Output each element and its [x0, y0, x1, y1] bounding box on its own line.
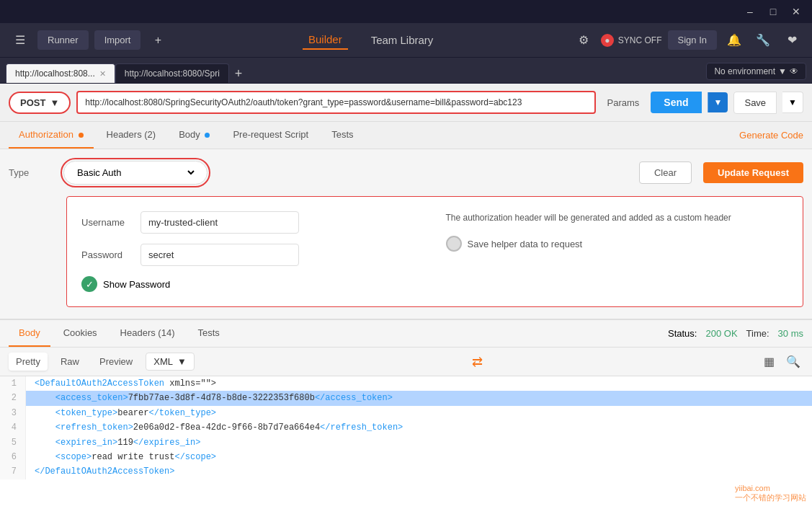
tab-tests[interactable]: Tests [321, 122, 363, 149]
time-value: 30 ms [778, 328, 803, 339]
heart-icon[interactable]: ❤ [780, 29, 803, 52]
response-tests-tab[interactable]: Tests [187, 320, 229, 347]
lang-label: XML [153, 356, 173, 367]
body-label: Body [179, 129, 200, 140]
builder-tab[interactable]: Builder [303, 30, 348, 50]
authorization-dot [79, 133, 84, 138]
tab-headers[interactable]: Headers (2) [97, 122, 166, 149]
auth-type-select-input[interactable]: Basic Auth No Auth Bearer Token OAuth 2.… [74, 167, 197, 179]
watermark: yiibai.com 一个不错的学习网站 [735, 484, 806, 503]
lang-dropdown-icon: ▼ [177, 356, 187, 367]
response-headers-tab[interactable]: Headers (14) [110, 320, 185, 347]
response-status-info: Status: 200 OK Time: 30 ms [668, 328, 803, 339]
username-input[interactable] [140, 211, 299, 234]
add-tab-button[interactable]: + [229, 66, 249, 81]
save-dropdown-button[interactable]: ▼ [782, 92, 803, 113]
request-tab-1[interactable]: http://localhost:808... ✕ [6, 63, 115, 83]
tab1-close-icon[interactable]: ✕ [99, 69, 106, 79]
tab-body[interactable]: Body [169, 122, 220, 149]
username-row: Username [81, 211, 424, 234]
line-content: <expires_in>119</expires_in> [26, 435, 200, 450]
wrench-icon[interactable]: 🔧 [751, 29, 775, 52]
environment-selector[interactable]: No environment ▼ 👁 [706, 63, 806, 80]
url-input[interactable] [76, 91, 595, 114]
line-number: 7 [0, 464, 26, 479]
line-content: <access_token>7fbb77ae-3d8f-4d78-b8de-32… [26, 391, 393, 405]
line-number: 2 [0, 391, 26, 405]
code-toolbar: Pretty Raw Preview XML ▼ ⇄ ▦ 🔍 [0, 348, 812, 376]
response-tabs: Body Cookies Headers (14) Tests Status: … [0, 320, 812, 348]
code-line: 4 <refresh_token>2e06a0d2-f8ea-42dc-9f66… [0, 420, 812, 435]
response-body-tab[interactable]: Body [9, 320, 50, 347]
code-line: 7</DefaultOAuth2AccessToken> [0, 464, 812, 479]
method-selector[interactable]: POST ▼ [9, 92, 71, 114]
sidebar-toggle-button[interactable]: ☰ [9, 29, 32, 52]
save-helper-label: Save helper data to request [468, 239, 583, 249]
username-label: Username [81, 217, 132, 228]
auth-type-selector[interactable]: Basic Auth No Auth Bearer Token OAuth 2.… [63, 161, 208, 185]
time-label: Time: [746, 328, 769, 339]
status-label: Status: [668, 328, 697, 339]
save-button[interactable]: Save [733, 92, 777, 114]
code-line: 2 <access_token>7fbb77ae-3d8f-4d78-b8de-… [0, 391, 812, 405]
response-cookies-tab[interactable]: Cookies [53, 320, 107, 347]
request-tab-2[interactable]: http://localhost:8080/Spri [115, 63, 229, 83]
tests-label: Tests [331, 129, 353, 140]
send-dropdown-button[interactable]: ▼ [708, 92, 728, 112]
settings-icon[interactable]: ⚙ [572, 29, 595, 52]
body-dot [205, 133, 210, 138]
new-tab-icon[interactable]: + [146, 29, 169, 52]
window-controls[interactable]: – □ ✕ [740, 1, 806, 22]
sign-in-button[interactable]: Sign In [668, 30, 717, 50]
preview-tab[interactable]: Preview [92, 353, 140, 371]
wrap-icon[interactable]: ⇄ [472, 354, 483, 370]
line-content: <scope>read write trust</scope> [26, 450, 216, 464]
pretty-tab[interactable]: Pretty [9, 353, 48, 371]
copy-icon[interactable]: ▦ [761, 352, 777, 371]
url-bar: POST ▼ Params Send ▼ Save ▼ [0, 84, 812, 122]
sync-control[interactable]: ● SYNC OFF [601, 34, 662, 47]
raw-tab[interactable]: Raw [53, 353, 86, 371]
line-number: 6 [0, 450, 26, 464]
language-selector[interactable]: XML ▼ [146, 353, 195, 371]
watermark-slogan: 一个不错的学习网站 [735, 492, 806, 503]
runner-button[interactable]: Runner [37, 30, 89, 50]
team-library-tab[interactable]: Team Library [365, 30, 440, 50]
close-button[interactable]: ✕ [786, 1, 806, 22]
notification-icon[interactable]: 🔔 [723, 29, 746, 52]
tab-authorization[interactable]: Authorization [9, 122, 94, 149]
import-button[interactable]: Import [94, 30, 141, 50]
line-number: 4 [0, 420, 26, 435]
auth-info-text: The authorization header will be generat… [446, 211, 789, 224]
minimize-button[interactable]: – [740, 1, 760, 22]
env-label: No environment [714, 66, 775, 76]
clear-button[interactable]: Clear [639, 161, 692, 184]
password-input[interactable] [140, 244, 299, 266]
line-content: <refresh_token>2e06a0d2-f8ea-42dc-9f66-8… [26, 420, 403, 435]
save-helper-row: Save helper data to request [446, 236, 789, 252]
main-toolbar: ☰ Runner Import + Builder Team Library ⚙… [0, 23, 812, 58]
auth-type-row: Type Basic Auth No Auth Bearer Token OAu… [9, 161, 803, 185]
tab2-label: http://localhost:8080/Spri [125, 68, 220, 79]
tab-pre-request[interactable]: Pre-request Script [223, 122, 318, 149]
auth-info: The authorization header will be generat… [446, 211, 789, 292]
show-password-row: ✓ Show Password [81, 276, 424, 292]
password-label: Password [81, 249, 132, 260]
line-content: <token_type>bearer</token_type> [26, 406, 216, 420]
search-icon[interactable]: 🔍 [783, 352, 803, 371]
tab1-label: http://localhost:808... [15, 68, 95, 79]
toolbar-center-tabs: Builder Team Library [175, 30, 566, 50]
params-button[interactable]: Params [602, 93, 646, 112]
update-request-button[interactable]: Update Request [703, 162, 803, 183]
watermark-brand: yiibai.com [735, 484, 806, 492]
maximize-button[interactable]: □ [763, 1, 783, 22]
code-line: 1<DefaultOAuth2AccessToken xmlns=""> [0, 376, 812, 391]
generate-code-button[interactable]: Generate Code [739, 123, 803, 148]
method-dropdown-icon: ▼ [50, 97, 59, 108]
show-password-checkbox[interactable]: ✓ [81, 276, 97, 292]
code-line: 3 <token_type>bearer</token_type> [0, 406, 812, 420]
auth-form: Username Password ✓ Show Password The au… [66, 196, 803, 307]
xml-content: 1<DefaultOAuth2AccessToken xmlns="">2 <a… [0, 376, 812, 509]
save-helper-toggle[interactable] [446, 236, 462, 252]
send-button[interactable]: Send [651, 92, 701, 113]
